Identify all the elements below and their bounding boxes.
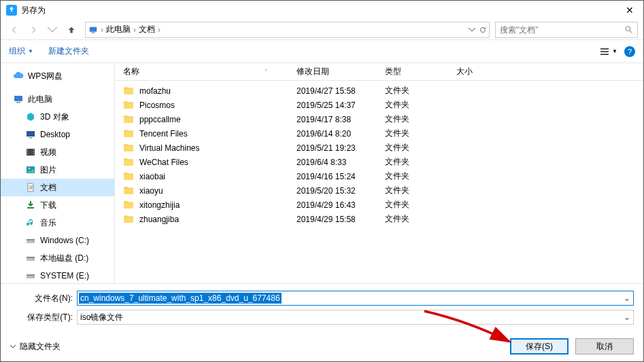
filetype-value: iso镜像文件 <box>78 312 621 323</box>
folder-icon <box>123 100 134 109</box>
sidebar-item-drive[interactable]: SYSTEM (E:) <box>1 267 114 283</box>
svg-rect-9 <box>29 137 32 139</box>
folder-icon <box>123 143 134 152</box>
column-type[interactable]: 类型 <box>377 66 448 77</box>
file-row[interactable]: xitongzhijia2019/4/29 16:43文件夹 <box>115 198 643 212</box>
sidebar-item-3d[interactable]: 3D 对象 <box>1 108 114 126</box>
sidebar-item-this-pc[interactable]: 此电脑 <box>1 90 114 108</box>
sidebar-item-pictures[interactable]: 图片 <box>1 161 114 179</box>
sidebar-item-downloads[interactable]: 下载 <box>1 196 114 214</box>
svg-point-18 <box>33 259 34 260</box>
file-row[interactable]: Picosmos2019/5/25 14:37文件夹 <box>115 98 643 112</box>
sidebar: WPS网盘 此电脑 3D 对象Desktop视频图片文档下载音乐Windows … <box>1 63 115 283</box>
search-field[interactable] <box>500 25 624 35</box>
back-button[interactable] <box>6 22 22 38</box>
file-row[interactable]: WeChat Files2019/6/4 8:33文件夹 <box>115 155 643 169</box>
file-row[interactable]: xiaobai2019/4/16 15:24文件夹 <box>115 169 643 183</box>
file-row[interactable]: pppccallme2019/4/17 8:38文件夹 <box>115 112 643 126</box>
folder-icon <box>123 86 134 95</box>
folder-icon <box>123 200 134 209</box>
organize-menu[interactable]: 组织▼ <box>9 46 33 57</box>
close-button[interactable]: ✕ <box>622 5 638 16</box>
svg-rect-20 <box>27 274 35 276</box>
file-row[interactable]: Virtual Machines2019/5/21 19:23文件夹 <box>115 141 643 155</box>
svg-rect-3 <box>600 48 609 50</box>
hide-folders-toggle[interactable]: 隐藏文件夹 <box>10 341 61 352</box>
svg-rect-8 <box>27 131 35 137</box>
app-icon <box>6 5 17 16</box>
forward-button[interactable] <box>25 22 41 38</box>
sidebar-item-desktop[interactable]: Desktop <box>1 126 114 143</box>
svg-rect-0 <box>90 26 97 31</box>
svg-rect-14 <box>27 239 35 240</box>
filename-label: 文件名(N): <box>10 293 77 304</box>
column-size[interactable]: 大小 <box>448 66 503 77</box>
folder-icon <box>123 128 134 138</box>
column-headers: 名称˄ 修改日期 类型 大小 <box>115 63 643 81</box>
up-button[interactable] <box>63 22 80 38</box>
help-button[interactable]: ? <box>624 46 635 57</box>
svg-rect-17 <box>27 257 35 258</box>
cloud-icon <box>13 71 24 82</box>
filename-value[interactable]: cn_windows_7_ultimate_with_sp1_x86_dvd_u… <box>79 293 282 304</box>
sidebar-item-video[interactable]: 视频 <box>1 143 114 161</box>
breadcrumb[interactable]: › 此电脑 › 文档 › <box>85 22 490 38</box>
file-row[interactable]: zhuangjiba2019/4/29 15:58文件夹 <box>115 212 643 226</box>
music-icon <box>25 217 36 228</box>
filetype-dropdown[interactable]: ⌄ <box>621 312 633 322</box>
bottom-bar: 隐藏文件夹 保存(S) 取消 <box>1 331 643 361</box>
search-icon <box>624 25 633 34</box>
downloads-icon <box>25 200 36 211</box>
chevron-down-icon <box>10 344 16 349</box>
folder-icon <box>123 185 134 195</box>
refresh-icon[interactable] <box>479 26 486 33</box>
breadcrumb-segment[interactable]: 文档 <box>139 24 155 35</box>
filename-dropdown[interactable]: ⌄ <box>621 293 633 303</box>
file-row[interactable]: xiaoyu2019/5/20 15:32文件夹 <box>115 183 643 198</box>
file-row[interactable]: Tencent Files2019/6/14 8:20文件夹 <box>115 126 643 141</box>
cancel-button[interactable]: 取消 <box>575 338 634 355</box>
svg-point-12 <box>29 168 30 169</box>
folder-icon <box>123 171 134 181</box>
view-options[interactable]: ▼ <box>600 47 617 56</box>
desktop-icon <box>25 129 36 140</box>
column-name[interactable]: 名称˄ <box>115 66 288 77</box>
sidebar-item-drive[interactable]: Windows (C:) <box>1 232 114 249</box>
sidebar-item-music[interactable]: 音乐 <box>1 214 114 232</box>
sort-caret-icon: ˄ <box>265 69 268 75</box>
toolbar: 组织▼ 新建文件夹 ▼ ? <box>1 40 643 63</box>
this-pc-icon <box>88 25 98 35</box>
column-date[interactable]: 修改日期 <box>288 66 377 77</box>
this-pc-icon <box>13 94 24 105</box>
filetype-select[interactable]: iso镜像文件 ⌄ <box>77 310 634 325</box>
sidebar-item-wps[interactable]: WPS网盘 <box>1 67 114 85</box>
footer-fields: 文件名(N): cn_windows_7_ultimate_with_sp1_x… <box>1 283 643 333</box>
save-button[interactable]: 保存(S) <box>510 338 569 355</box>
svg-rect-7 <box>16 102 20 103</box>
drive-icon <box>25 270 36 281</box>
search-input[interactable] <box>495 22 638 38</box>
view-icon <box>600 47 609 56</box>
file-row[interactable]: mofazhu2019/4/27 15:58文件夹 <box>115 84 643 98</box>
svg-point-21 <box>33 276 34 278</box>
file-list: 名称˄ 修改日期 类型 大小 mofazhu2019/4/27 15:58文件夹… <box>115 63 643 283</box>
folder-icon <box>123 214 134 223</box>
chevron-down-icon[interactable] <box>469 26 475 33</box>
video-icon <box>25 147 36 158</box>
svg-rect-6 <box>14 96 22 101</box>
recent-dropdown[interactable] <box>44 22 61 38</box>
new-folder-button[interactable]: 新建文件夹 <box>48 46 89 57</box>
title-bar: 另存为 ✕ <box>1 1 643 20</box>
svg-rect-4 <box>600 51 609 52</box>
breadcrumb-segment[interactable]: 此电脑 <box>106 24 131 35</box>
window-title: 另存为 <box>21 5 622 16</box>
filename-input[interactable]: cn_windows_7_ultimate_with_sp1_x86_dvd_u… <box>77 291 634 306</box>
3d-icon <box>25 111 36 122</box>
svg-point-2 <box>626 26 630 31</box>
sidebar-item-drive[interactable]: 本地磁盘 (D:) <box>1 249 114 267</box>
svg-point-15 <box>33 241 34 242</box>
chevron-right-icon: › <box>101 25 103 35</box>
sidebar-item-documents[interactable]: 文档 <box>1 179 114 196</box>
drive-icon <box>25 253 36 264</box>
chevron-right-icon: › <box>133 25 136 35</box>
